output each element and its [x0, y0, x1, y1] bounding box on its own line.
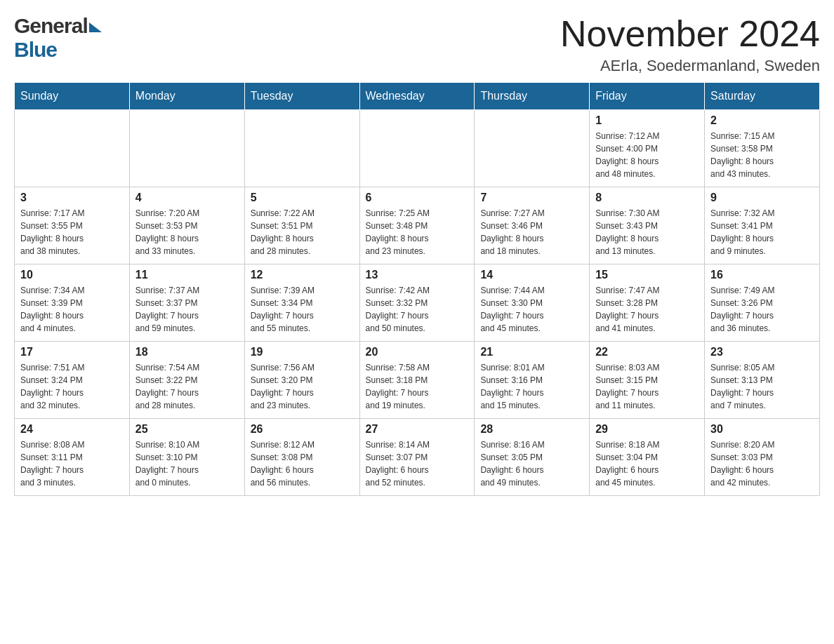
day-info: Sunrise: 7:25 AM Sunset: 3:48 PM Dayligh… [366, 207, 469, 257]
table-row: 4Sunrise: 7:20 AM Sunset: 3:53 PM Daylig… [129, 187, 244, 264]
header-friday: Friday [590, 83, 705, 110]
day-info: Sunrise: 8:16 AM Sunset: 3:05 PM Dayligh… [480, 438, 583, 489]
day-info: Sunrise: 8:08 AM Sunset: 3:11 PM Dayligh… [20, 438, 124, 489]
table-row: 28Sunrise: 8:16 AM Sunset: 3:05 PM Dayli… [475, 419, 590, 496]
day-number: 19 [251, 346, 354, 358]
day-number: 21 [480, 346, 583, 358]
day-info: Sunrise: 7:30 AM Sunset: 3:43 PM Dayligh… [595, 207, 699, 257]
table-row: 24Sunrise: 8:08 AM Sunset: 3:11 PM Dayli… [15, 419, 130, 496]
title-section: November 2024 AErla, Soedermanland, Swed… [560, 14, 820, 75]
header-thursday: Thursday [475, 83, 590, 110]
table-row: 27Sunrise: 8:14 AM Sunset: 3:07 PM Dayli… [359, 419, 475, 496]
day-number: 4 [135, 192, 239, 204]
day-number: 29 [595, 423, 699, 436]
day-info: Sunrise: 8:20 AM Sunset: 3:03 PM Dayligh… [710, 438, 814, 489]
page-header: General Blue November 2024 AErla, Soeder… [14, 14, 820, 75]
day-number: 6 [366, 192, 469, 204]
table-row: 14Sunrise: 7:44 AM Sunset: 3:30 PM Dayli… [475, 264, 590, 342]
weekday-header-row: Sunday Monday Tuesday Wednesday Thursday… [15, 83, 820, 110]
day-number: 2 [710, 114, 814, 127]
day-info: Sunrise: 7:47 AM Sunset: 3:28 PM Dayligh… [595, 284, 699, 335]
day-info: Sunrise: 8:18 AM Sunset: 3:04 PM Dayligh… [595, 438, 699, 489]
table-row [359, 110, 475, 187]
day-info: Sunrise: 8:14 AM Sunset: 3:07 PM Dayligh… [366, 438, 469, 489]
day-info: Sunrise: 7:37 AM Sunset: 3:37 PM Dayligh… [135, 284, 239, 335]
day-number: 24 [20, 423, 124, 436]
table-row [129, 110, 244, 187]
calendar-week-row: 24Sunrise: 8:08 AM Sunset: 3:11 PM Dayli… [15, 419, 820, 496]
day-info: Sunrise: 7:12 AM Sunset: 4:00 PM Dayligh… [595, 130, 699, 180]
table-row: 10Sunrise: 7:34 AM Sunset: 3:39 PM Dayli… [15, 264, 130, 342]
table-row: 1Sunrise: 7:12 AM Sunset: 4:00 PM Daylig… [590, 110, 705, 187]
day-number: 25 [135, 423, 239, 436]
table-row: 30Sunrise: 8:20 AM Sunset: 3:03 PM Dayli… [705, 419, 820, 496]
day-number: 23 [710, 346, 814, 358]
logo: General Blue [14, 14, 102, 62]
day-number: 9 [710, 192, 814, 204]
day-info: Sunrise: 7:22 AM Sunset: 3:51 PM Dayligh… [251, 207, 354, 257]
header-saturday: Saturday [705, 83, 820, 110]
table-row: 2Sunrise: 7:15 AM Sunset: 3:58 PM Daylig… [705, 110, 820, 187]
table-row: 15Sunrise: 7:47 AM Sunset: 3:28 PM Dayli… [590, 264, 705, 342]
table-row: 3Sunrise: 7:17 AM Sunset: 3:55 PM Daylig… [15, 187, 130, 264]
header-monday: Monday [129, 83, 244, 110]
table-row: 19Sunrise: 7:56 AM Sunset: 3:20 PM Dayli… [244, 342, 359, 419]
day-info: Sunrise: 7:49 AM Sunset: 3:26 PM Dayligh… [710, 284, 814, 335]
day-number: 10 [20, 269, 124, 281]
table-row: 9Sunrise: 7:32 AM Sunset: 3:41 PM Daylig… [705, 187, 820, 264]
day-info: Sunrise: 7:20 AM Sunset: 3:53 PM Dayligh… [135, 207, 239, 257]
day-number: 26 [251, 423, 354, 436]
day-info: Sunrise: 7:15 AM Sunset: 3:58 PM Dayligh… [710, 130, 814, 180]
table-row: 7Sunrise: 7:27 AM Sunset: 3:46 PM Daylig… [475, 187, 590, 264]
calendar-subtitle: AErla, Soedermanland, Sweden [560, 57, 820, 75]
day-number: 17 [20, 346, 124, 358]
table-row [15, 110, 130, 187]
day-number: 28 [480, 423, 583, 436]
day-info: Sunrise: 7:58 AM Sunset: 3:18 PM Dayligh… [366, 361, 469, 412]
day-number: 15 [595, 269, 699, 281]
day-info: Sunrise: 7:42 AM Sunset: 3:32 PM Dayligh… [366, 284, 469, 335]
table-row: 8Sunrise: 7:30 AM Sunset: 3:43 PM Daylig… [590, 187, 705, 264]
day-info: Sunrise: 7:39 AM Sunset: 3:34 PM Dayligh… [251, 284, 354, 335]
day-number: 18 [135, 346, 239, 358]
table-row: 6Sunrise: 7:25 AM Sunset: 3:48 PM Daylig… [359, 187, 475, 264]
calendar-week-row: 1Sunrise: 7:12 AM Sunset: 4:00 PM Daylig… [15, 110, 820, 187]
calendar-title: November 2024 [560, 14, 820, 54]
logo-general-text: General [14, 14, 88, 38]
day-info: Sunrise: 7:27 AM Sunset: 3:46 PM Dayligh… [480, 207, 583, 257]
day-info: Sunrise: 7:32 AM Sunset: 3:41 PM Dayligh… [710, 207, 814, 257]
table-row: 23Sunrise: 8:05 AM Sunset: 3:13 PM Dayli… [705, 342, 820, 419]
day-number: 13 [366, 269, 469, 281]
logo-blue-text: Blue [14, 38, 57, 61]
table-row: 20Sunrise: 7:58 AM Sunset: 3:18 PM Dayli… [359, 342, 475, 419]
day-number: 11 [135, 269, 239, 281]
day-number: 27 [366, 423, 469, 436]
table-row: 22Sunrise: 8:03 AM Sunset: 3:15 PM Dayli… [590, 342, 705, 419]
table-row: 18Sunrise: 7:54 AM Sunset: 3:22 PM Dayli… [129, 342, 244, 419]
table-row: 21Sunrise: 8:01 AM Sunset: 3:16 PM Dayli… [475, 342, 590, 419]
table-row: 11Sunrise: 7:37 AM Sunset: 3:37 PM Dayli… [129, 264, 244, 342]
day-number: 12 [251, 269, 354, 281]
table-row [475, 110, 590, 187]
day-info: Sunrise: 8:05 AM Sunset: 3:13 PM Dayligh… [710, 361, 814, 412]
day-info: Sunrise: 8:12 AM Sunset: 3:08 PM Dayligh… [251, 438, 354, 489]
table-row: 5Sunrise: 7:22 AM Sunset: 3:51 PM Daylig… [244, 187, 359, 264]
day-info: Sunrise: 7:54 AM Sunset: 3:22 PM Dayligh… [135, 361, 239, 412]
header-tuesday: Tuesday [244, 83, 359, 110]
day-number: 1 [595, 114, 699, 127]
day-number: 5 [251, 192, 354, 204]
day-info: Sunrise: 7:17 AM Sunset: 3:55 PM Dayligh… [20, 207, 124, 257]
calendar-week-row: 10Sunrise: 7:34 AM Sunset: 3:39 PM Dayli… [15, 264, 820, 342]
day-info: Sunrise: 8:03 AM Sunset: 3:15 PM Dayligh… [595, 361, 699, 412]
day-info: Sunrise: 7:51 AM Sunset: 3:24 PM Dayligh… [20, 361, 124, 412]
day-number: 16 [710, 269, 814, 281]
logo-arrow-icon [89, 22, 102, 32]
table-row: 25Sunrise: 8:10 AM Sunset: 3:10 PM Dayli… [129, 419, 244, 496]
day-number: 7 [480, 192, 583, 204]
table-row: 13Sunrise: 7:42 AM Sunset: 3:32 PM Dayli… [359, 264, 475, 342]
day-number: 3 [20, 192, 124, 204]
calendar-week-row: 17Sunrise: 7:51 AM Sunset: 3:24 PM Dayli… [15, 342, 820, 419]
header-sunday: Sunday [15, 83, 130, 110]
table-row [244, 110, 359, 187]
calendar-table: Sunday Monday Tuesday Wednesday Thursday… [14, 82, 820, 496]
